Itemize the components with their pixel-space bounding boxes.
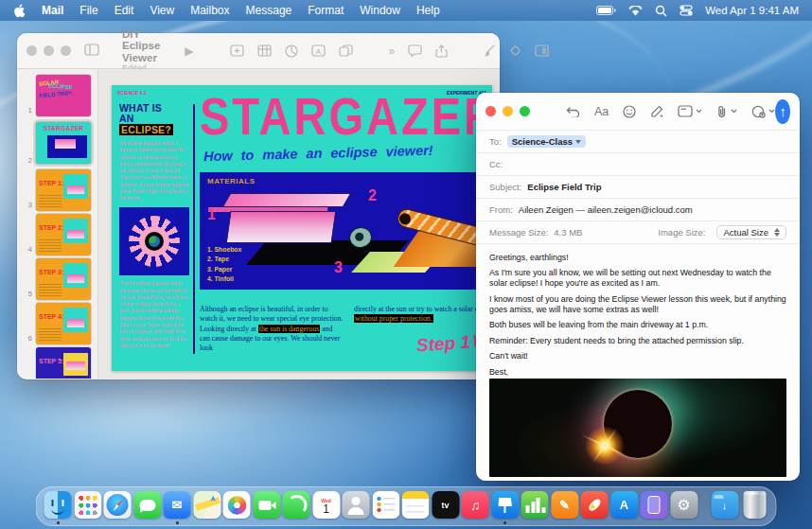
slide-title: STARGAZER [200, 85, 492, 147]
animate-icon[interactable] [509, 44, 521, 57]
from-field[interactable]: From: Aileen Zeigen — aileen.zeigen@iclo… [476, 199, 800, 221]
material-item: 2. Tape [207, 255, 241, 265]
text-icon[interactable]: A [311, 44, 326, 57]
search-icon[interactable] [655, 5, 667, 17]
menu-edit[interactable]: Edit [115, 4, 134, 17]
slide-thumbnail-4[interactable]: 4 STEP 2: [17, 214, 97, 256]
image-size-select[interactable]: Actual Size [716, 225, 786, 239]
menu-bar-clock[interactable]: Wed Apr 1 9:41 AM [705, 5, 799, 16]
stargazer-slide[interactable]: SCIENCE 4.2 EXPERIMENT #11 WHAT IS AN EC… [112, 85, 492, 371]
dock-photos[interactable] [223, 491, 251, 521]
slide-thumbnail-1[interactable]: 1 SOLAR ECLIPSE FIELD TRIP! [17, 75, 97, 116]
dock-tv[interactable]: tv [432, 491, 459, 521]
wifi-icon[interactable] [628, 6, 643, 16]
sidebar-toggle-icon[interactable] [84, 43, 99, 60]
table-icon[interactable] [257, 44, 272, 57]
slide-thumbnail-2-selected[interactable]: 2 STARGAZER [17, 119, 97, 167]
control-center-icon[interactable] [680, 5, 693, 16]
menu-mail[interactable]: Mail [42, 4, 63, 17]
more-icon[interactable]: » [389, 44, 396, 58]
format-icon[interactable] [484, 44, 496, 57]
close-button[interactable] [26, 45, 37, 56]
zoom-button[interactable] [61, 45, 71, 56]
cc-field[interactable]: Cc: [476, 153, 800, 176]
size-row: Message Size: 4.3 MB Image Size: Actual … [476, 221, 800, 244]
battery-icon[interactable] [596, 6, 616, 15]
attach-button[interactable] [716, 105, 737, 118]
keynote-window[interactable]: DIY Eclipse Viewer Edited ▶ A » 1 [17, 33, 500, 379]
format-text-icon[interactable]: Aa [594, 105, 609, 118]
dock-pages[interactable]: ✎ [551, 491, 578, 521]
dock-numbers[interactable] [521, 491, 549, 521]
eclipse-flare [585, 426, 625, 466]
subject-field[interactable]: Subject: Eclipse Field Trip [476, 176, 800, 199]
thumb-step-label: STEP 1: [39, 180, 63, 186]
close-button[interactable] [485, 106, 496, 116]
header-fields-button[interactable] [678, 105, 702, 117]
to-field[interactable]: To: Science-Class [476, 131, 800, 153]
dock-keynote[interactable] [491, 491, 519, 521]
menu-mailbox[interactable]: Mailbox [190, 4, 229, 17]
message-body[interactable]: Greetings, earthlings! As I'm sure you a… [476, 244, 800, 377]
dock-contacts[interactable] [343, 491, 370, 521]
dock-safari[interactable] [104, 491, 132, 521]
share-icon[interactable] [435, 44, 448, 58]
dock-app-store[interactable]: A [610, 491, 638, 521]
recipient-chip[interactable]: Science-Class [507, 135, 586, 148]
chart-icon[interactable] [285, 44, 298, 58]
menu-view[interactable]: View [150, 4, 174, 17]
warning-highlight: the sun is dangerous [258, 325, 320, 333]
message-size-label: Message Size: [489, 227, 548, 238]
dock-trash[interactable] [741, 491, 768, 521]
play-icon[interactable]: ▶ [185, 44, 193, 58]
mail-compose-window[interactable]: Aa ↑ To: Science-Class Cc: Subject: Ecli… [476, 93, 800, 481]
slide-number: 4 [17, 245, 32, 256]
dock-phone[interactable] [283, 491, 310, 521]
dock-games[interactable] [581, 491, 609, 521]
slide-thumbnail-3[interactable]: 3 STEP 1: [17, 169, 97, 211]
material-item: 1. Shoebox [207, 245, 241, 256]
dock-facetime[interactable] [253, 491, 280, 521]
slide-thumbnail-6[interactable]: 6 STEP 4: [17, 303, 97, 344]
menu-format[interactable]: Format [308, 4, 344, 17]
minimize-button[interactable] [44, 45, 54, 56]
subject-label: Subject: [489, 182, 521, 192]
comment-icon[interactable] [408, 44, 422, 57]
writing-tools-icon[interactable] [650, 105, 663, 118]
slide-number: 6 [17, 334, 32, 344]
menu-help[interactable]: Help [416, 4, 440, 17]
dock-reminders[interactable] [372, 491, 399, 521]
zoom-button[interactable] [520, 106, 530, 116]
minimize-button[interactable] [503, 106, 513, 116]
dock-maps[interactable] [193, 491, 221, 521]
slide-thumbnail-5[interactable]: 5 STEP 3: [17, 258, 97, 300]
dock-system-settings[interactable]: ⚙ [670, 491, 697, 521]
document-icon[interactable] [535, 44, 549, 57]
menu-message[interactable]: Message [246, 4, 292, 17]
shape-icon[interactable] [339, 44, 353, 57]
emoji-icon[interactable] [623, 105, 636, 118]
insert-photo-button[interactable] [751, 105, 775, 118]
thumb-step-label: STEP 2: [39, 224, 63, 231]
apple-menu-icon[interactable] [13, 4, 26, 18]
dock-notes[interactable] [402, 491, 430, 521]
insert-icon[interactable] [230, 44, 244, 57]
dock-iphone-mirroring[interactable] [641, 491, 668, 521]
warning-text-left: Although an eclipse is beautiful, in ord… [200, 305, 344, 353]
dock-mail[interactable]: ✉ [164, 491, 191, 521]
thumb-title-line: FIELD TRIP! [39, 89, 88, 99]
dock-finder[interactable] [44, 491, 72, 521]
signature-line: Best, [489, 367, 786, 377]
eclipse-photo-attachment[interactable] [489, 379, 786, 477]
menu-file[interactable]: File [79, 4, 97, 17]
dock-calendar[interactable]: Wed1 [312, 491, 340, 521]
dock-messages[interactable] [133, 491, 161, 521]
undo-icon[interactable] [566, 106, 580, 117]
dock-music[interactable]: ♫ [462, 491, 489, 521]
dock-downloads[interactable] [711, 491, 738, 521]
send-button[interactable]: ↑ [775, 99, 790, 124]
dock-launchpad[interactable] [74, 491, 101, 521]
menu-window[interactable]: Window [360, 4, 400, 17]
material-item: 3. Paper [207, 265, 241, 275]
slide-thumbnail-7[interactable]: 7 STEP 5: [17, 347, 97, 379]
